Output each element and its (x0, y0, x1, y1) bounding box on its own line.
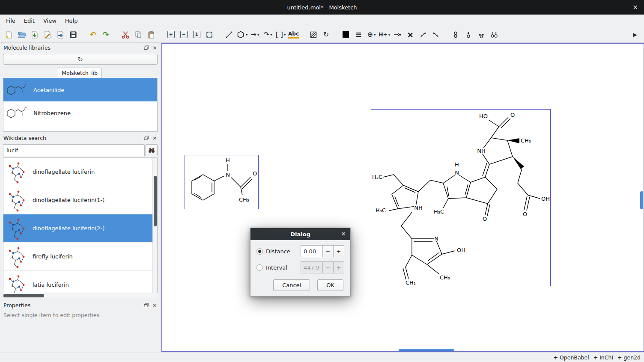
menu-edit[interactable]: Edit (20, 16, 39, 26)
atom-label[interactable]: H (226, 157, 230, 163)
float-panel-icon[interactable] (144, 303, 149, 308)
arrow-dropdown-caret-icon[interactable]: ▾ (257, 33, 259, 37)
drawing-canvas[interactable]: H N O CH₃ (161, 43, 644, 352)
interval-input[interactable] (301, 261, 323, 273)
radical-button[interactable] (462, 29, 475, 41)
canvas-vertical-scrollbar-handle[interactable] (640, 191, 643, 209)
canvas-horizontal-scrollbar-handle[interactable] (399, 349, 454, 351)
delete-button[interactable]: × (404, 29, 417, 41)
ok-button[interactable]: OK (317, 279, 343, 291)
hydrogens-button[interactable]: H+▾ (378, 29, 391, 41)
interval-radio[interactable] (256, 264, 263, 271)
library-list-item[interactable]: Nitrobenzene (3, 101, 157, 125)
redo-button[interactable]: ↷ (99, 29, 112, 41)
distance-increment-button[interactable]: + (333, 245, 344, 257)
atom-label[interactable]: H₃C (372, 174, 382, 180)
dialog-close-button[interactable]: × (341, 230, 346, 237)
atom-label[interactable]: H₃C (434, 208, 444, 215)
atom-label[interactable]: O (510, 112, 515, 118)
scrollbar-handle[interactable] (154, 176, 157, 226)
bracket-dropdown-caret-icon[interactable]: ▾ (284, 33, 286, 37)
tab-molsketch-lib[interactable]: Molsketch_lib (58, 68, 101, 78)
atom-label[interactable]: H₃C (376, 207, 386, 214)
undo-button[interactable]: ↶ (86, 29, 99, 41)
float-panel-icon[interactable] (144, 45, 149, 50)
open-button[interactable] (15, 29, 28, 41)
hydrogens-dropdown-caret-icon[interactable]: ▾ (388, 33, 391, 37)
atom-label[interactable]: OH (541, 196, 550, 202)
window-close-button[interactable]: × (632, 3, 638, 12)
wikidata-list-item[interactable]: dinoflagellate luciferin(2-) (3, 214, 157, 243)
wikidata-list-item[interactable]: firefly luciferin (3, 243, 157, 271)
acetanilide-molecule[interactable]: H N O CH₃ (185, 155, 259, 209)
atom-label[interactable]: CH₃ (440, 274, 450, 281)
wikidata-list-item[interactable]: dinoflagellate luciferin(1-) (3, 186, 157, 214)
mechanism-dropdown-caret-icon[interactable]: ▾ (270, 33, 272, 37)
atom-label[interactable]: O (253, 170, 257, 177)
luciferin-molecule[interactable]: HO O CH₃ NH H₃C H₃C NH H N H₃C O OH O N … (371, 109, 551, 286)
atom-label[interactable]: N (455, 169, 459, 176)
electron-pair-button[interactable] (475, 29, 488, 41)
flip-button[interactable] (307, 29, 320, 41)
scrollbar-handle[interactable] (3, 294, 44, 297)
wikidata-vertical-scrollbar[interactable] (152, 158, 157, 293)
atom-label[interactable]: CH₃ (239, 196, 249, 203)
properties-panel-close-button[interactable]: × (152, 302, 157, 309)
electron-flow-2-button[interactable] (429, 29, 442, 41)
wikidata-list-item[interactable]: dinoflagellate luciferin (3, 158, 157, 186)
distance-decrement-button[interactable]: − (322, 245, 334, 257)
wikidata-panel-close-button[interactable]: × (152, 135, 157, 141)
charge-dropdown-caret-icon[interactable]: ▾ (374, 33, 376, 37)
cut-button[interactable] (119, 29, 132, 41)
dialog-titlebar[interactable]: Dialog × (250, 228, 350, 240)
color-button[interactable] (340, 29, 352, 41)
menu-help[interactable]: Help (61, 16, 82, 26)
paste-button[interactable] (145, 29, 158, 41)
atom-label[interactable]: NH (477, 148, 486, 154)
electron-flow-1-button[interactable] (417, 29, 429, 41)
float-panel-icon[interactable] (144, 136, 149, 140)
atom-label[interactable]: N (434, 235, 438, 242)
refresh-libraries-button[interactable]: ↻ (3, 54, 158, 65)
export-button[interactable] (54, 29, 67, 41)
cancel-button[interactable]: Cancel (273, 279, 310, 291)
connect-button[interactable] (391, 29, 404, 41)
atom-label[interactable]: H (455, 161, 459, 168)
zoom-in-button[interactable]: + (164, 29, 177, 41)
rotate-button[interactable]: ↻ (320, 29, 333, 41)
line-width-button[interactable]: ≡ (352, 29, 365, 41)
print-button[interactable] (67, 29, 80, 41)
distance-radio[interactable] (256, 248, 263, 255)
mechanism-arrow-button[interactable]: ↷▾ (262, 29, 274, 41)
charge-button[interactable]: ⊕▾ (365, 29, 378, 41)
menu-view[interactable]: View (39, 16, 61, 26)
copy-button[interactable] (132, 29, 145, 41)
draw-ring-button[interactable]: ▾ (236, 29, 249, 41)
insert-text-button[interactable]: Abc (287, 29, 300, 41)
atom-label[interactable]: CH₂ (405, 279, 416, 286)
wikidata-search-button[interactable] (146, 144, 158, 156)
atom-label[interactable]: N (226, 172, 230, 178)
zoom-original-button[interactable]: 1 (190, 29, 203, 41)
reaction-arrow-button[interactable]: →▾ (249, 29, 262, 41)
interval-decrement-button[interactable]: − (322, 261, 334, 273)
distance-input[interactable] (301, 245, 323, 257)
atom-label[interactable]: HO (479, 113, 488, 119)
toolbar-expand-button[interactable]: ▶ (629, 29, 641, 41)
libraries-panel-close-button[interactable]: × (152, 45, 157, 51)
interval-increment-button[interactable]: + (333, 261, 344, 273)
save-as-button[interactable] (41, 29, 54, 41)
new-button[interactable] (3, 29, 15, 41)
bracket-button[interactable]: [ ]▾ (274, 29, 287, 41)
library-list-item[interactable]: Acetanilide (3, 78, 157, 101)
wikidata-search-input[interactable] (3, 144, 145, 156)
draw-bond-button[interactable] (223, 29, 236, 41)
menu-file[interactable]: File (2, 16, 20, 26)
wikidata-horizontal-scrollbar[interactable] (3, 294, 158, 298)
atom-label[interactable]: O (523, 211, 527, 217)
ring-dropdown-caret-icon[interactable]: ▾ (246, 33, 248, 37)
atom-label[interactable]: CH₃ (521, 137, 531, 144)
wikidata-list-item[interactable]: latia luciferin (3, 271, 157, 293)
atom-label[interactable]: NH (414, 205, 423, 211)
save-button[interactable] (28, 29, 41, 41)
